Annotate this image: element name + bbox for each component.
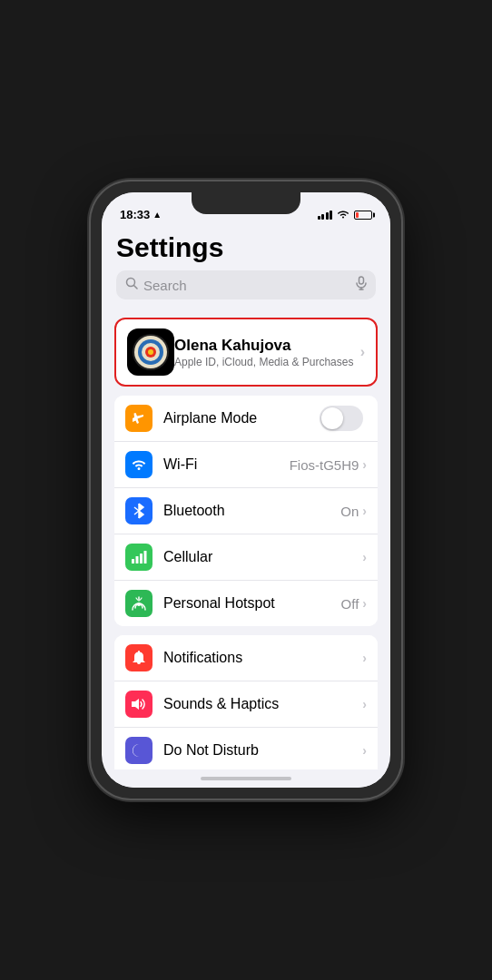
profile-avatar [127, 328, 174, 376]
dnd-chevron: › [362, 743, 367, 758]
signal-bar-3 [326, 212, 329, 220]
settings-row-airplane[interactable]: Airplane Mode [114, 396, 378, 442]
bluetooth-chevron: › [362, 504, 367, 518]
settings-header: Settings Search [102, 225, 390, 310]
svg-rect-17 [144, 551, 147, 564]
notch [192, 192, 300, 214]
airplane-mode-toggle[interactable] [320, 406, 363, 431]
svg-rect-15 [136, 556, 139, 564]
settings-content[interactable]: Settings Search [102, 225, 390, 769]
bluetooth-icon [125, 497, 153, 524]
cellular-chevron: › [362, 550, 367, 564]
home-indicator[interactable] [102, 769, 390, 788]
signal-bar-2 [321, 214, 324, 220]
settings-row-wifi[interactable]: Wi-Fi Fios-tG5H9 › [114, 442, 378, 488]
mic-icon[interactable] [356, 276, 367, 294]
airplane-mode-icon [125, 405, 153, 432]
signal-bar-4 [330, 211, 332, 220]
phone-screen: 18:33 ▲ [102, 192, 390, 788]
wifi-value: Fios-tG5H9 [290, 457, 359, 473]
settings-row-hotspot[interactable]: Personal Hotspot Off › [114, 581, 378, 626]
svg-point-10 [148, 349, 153, 355]
hotspot-chevron: › [362, 596, 367, 611]
notifications-label: Notifications [163, 650, 362, 666]
hotspot-value: Off [341, 596, 359, 612]
dnd-icon [125, 737, 153, 764]
svg-rect-16 [140, 554, 143, 564]
bluetooth-label: Bluetooth [163, 503, 340, 519]
profile-info: Olena Kahujova Apple ID, iCloud, Media &… [174, 337, 360, 368]
status-time: 18:33 ▲ [120, 208, 162, 221]
cellular-icon [125, 544, 153, 571]
settings-group-connectivity: Airplane Mode Wi-Fi Fios-tG5H9 › [114, 396, 378, 626]
profile-name: Olena Kahujova [174, 337, 360, 355]
battery-fill [356, 212, 359, 218]
hotspot-icon [125, 590, 153, 617]
settings-row-bluetooth[interactable]: Bluetooth On › [114, 488, 378, 534]
svg-rect-2 [359, 277, 364, 284]
profile-subtitle: Apple ID, iCloud, Media & Purchases [174, 356, 360, 368]
home-bar [201, 777, 291, 780]
phone-frame: 18:33 ▲ [91, 181, 401, 799]
svg-line-1 [134, 286, 138, 289]
toggle-knob [321, 407, 343, 429]
profile-chevron: › [360, 344, 365, 360]
settings-group-notifications: Notifications › Sounds & Haptics › [114, 635, 378, 769]
bluetooth-value: On [340, 504, 359, 519]
profile-row[interactable]: Olena Kahujova Apple ID, iCloud, Media &… [114, 318, 378, 387]
notifications-icon [125, 644, 153, 671]
settings-row-sounds[interactable]: Sounds & Haptics › [114, 681, 378, 728]
hotspot-label: Personal Hotspot [163, 595, 341, 612]
svg-marker-22 [132, 699, 139, 710]
search-bar[interactable]: Search [116, 270, 376, 299]
wifi-chevron: › [362, 457, 367, 472]
location-icon: ▲ [153, 210, 162, 220]
svg-rect-14 [132, 559, 134, 564]
search-icon [125, 277, 138, 293]
sounds-icon [125, 691, 153, 718]
notifications-chevron: › [362, 651, 367, 665]
wifi-icon [125, 451, 153, 478]
settings-title: Settings [116, 232, 376, 263]
svg-line-21 [141, 598, 143, 600]
wifi-label: Wi-Fi [163, 456, 290, 473]
status-icons [318, 209, 373, 221]
battery-icon [354, 211, 372, 220]
settings-row-cellular[interactable]: Cellular › [114, 534, 378, 581]
signal-bars [318, 211, 333, 220]
sounds-chevron: › [362, 697, 367, 711]
cellular-label: Cellular [163, 549, 362, 565]
settings-row-notifications[interactable]: Notifications › [114, 635, 378, 681]
wifi-status-icon [337, 209, 349, 221]
time-label: 18:33 [120, 208, 150, 221]
sounds-label: Sounds & Haptics [163, 696, 362, 712]
svg-line-20 [136, 598, 138, 600]
airplane-mode-label: Airplane Mode [163, 410, 320, 426]
signal-bar-1 [318, 216, 320, 220]
dnd-label: Do Not Disturb [163, 742, 362, 759]
search-placeholder: Search [143, 278, 350, 293]
settings-row-dnd[interactable]: Do Not Disturb › [114, 728, 378, 769]
